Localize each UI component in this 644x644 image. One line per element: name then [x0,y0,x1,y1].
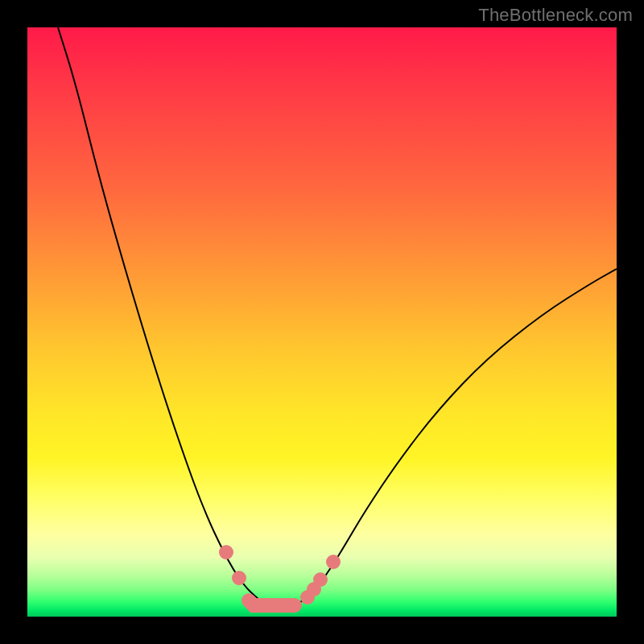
bottleneck-curve [58,27,617,607]
chart-frame: TheBottleneck.com [0,0,644,644]
data-marker [326,555,341,569]
data-marker [313,572,328,587]
data-marker [232,571,246,585]
data-marker [219,545,233,559]
data-markers [219,545,341,605]
curve-svg [27,27,617,617]
watermark-text: TheBottleneck.com [478,5,633,26]
bottom-highlight [249,601,295,605]
plot-area [27,27,617,617]
